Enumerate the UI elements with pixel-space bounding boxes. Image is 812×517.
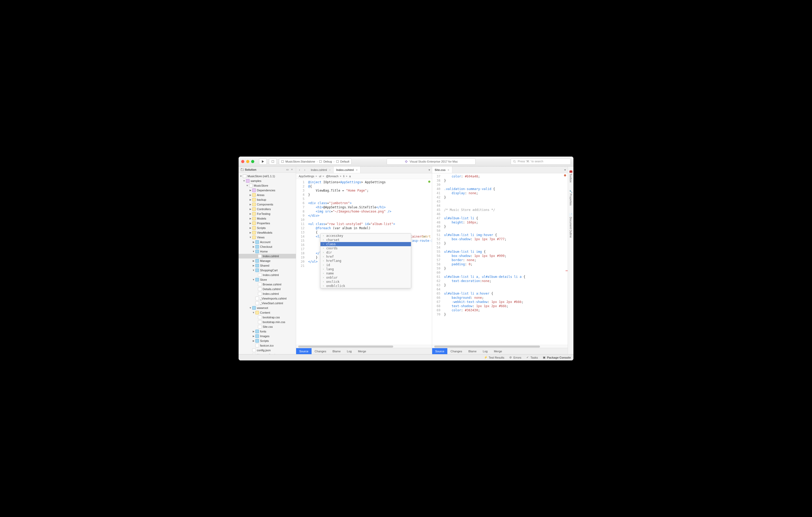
bottom-tab-blame[interactable]: Blame bbox=[329, 348, 344, 354]
nav-forward-button[interactable]: › bbox=[302, 168, 307, 172]
nav-back-button[interactable]: ‹ bbox=[297, 168, 302, 172]
autocomplete-item[interactable]: ›lang bbox=[320, 267, 411, 271]
pad-properties[interactable]: 🔧 Properties bbox=[569, 188, 573, 207]
code-content[interactable]: color: #b94a48; } .validation-summary-va… bbox=[443, 173, 568, 345]
tree-file-site-css[interactable]: Site.css bbox=[239, 324, 296, 329]
tree-item[interactable]: ▶Checkout bbox=[239, 244, 296, 249]
autocomplete-item[interactable]: ›dir bbox=[320, 250, 411, 254]
pad-toolbox[interactable]: 🧰 Toolbox bbox=[569, 168, 573, 184]
bottom-tab-merge[interactable]: Merge bbox=[355, 348, 369, 354]
autocomplete-item[interactable]: ›onclick bbox=[320, 280, 411, 284]
close-icon[interactable]: × bbox=[356, 168, 357, 172]
tab-index-2[interactable]: Index.cshtml× bbox=[334, 166, 360, 173]
autocomplete-item[interactable]: ›ondblclick bbox=[320, 284, 411, 288]
tree-item[interactable]: ▶Images bbox=[239, 334, 296, 338]
close-icon[interactable]: × bbox=[329, 168, 331, 172]
tree-folder-views[interactable]: ▼Views bbox=[239, 235, 296, 240]
code-editor-left[interactable]: 123456789101112131415161718192021 @injec… bbox=[296, 179, 432, 345]
bottom-tab-blame[interactable]: Blame bbox=[465, 348, 480, 354]
tree-item[interactable]: ▶Scripts bbox=[239, 225, 296, 230]
tree-item[interactable]: ▶Models bbox=[239, 216, 296, 221]
tree-file[interactable]: bootstrap.min.css bbox=[239, 320, 296, 324]
tree-item[interactable]: ▶Scripts bbox=[239, 338, 296, 343]
tree-item[interactable]: ▶fonts bbox=[239, 329, 296, 334]
tab-overflow-button[interactable]: ▾ bbox=[562, 166, 568, 173]
tree-file[interactable]: Index.cshtml bbox=[239, 273, 296, 277]
autocomplete-item[interactable]: ›accesskey bbox=[320, 234, 411, 238]
tree-item[interactable]: ▶ViewModels bbox=[239, 230, 296, 235]
tree-item[interactable]: ▶Areas bbox=[239, 193, 296, 197]
autocomplete-popup[interactable]: ›accesskey›charset›class›coords›dir›href… bbox=[320, 234, 411, 288]
run-configuration[interactable]: MusicStore.Standalone › Debug › Default bbox=[279, 158, 352, 165]
status-tasks[interactable]: ✓Tasks bbox=[526, 356, 538, 359]
tree-file-index-cshtml[interactable]: Index.cshtml bbox=[239, 254, 296, 258]
tab-index-1[interactable]: Index.cshtml× bbox=[308, 166, 334, 173]
horizontal-scrollbar[interactable] bbox=[296, 345, 432, 348]
bottom-tab-log[interactable]: Log bbox=[480, 348, 491, 354]
tree-item[interactable]: ▶Properties bbox=[239, 221, 296, 225]
tab-overflow-button[interactable]: ▾ bbox=[427, 166, 432, 173]
horizontal-scrollbar[interactable] bbox=[432, 345, 568, 348]
bottom-tab-changes[interactable]: Changes bbox=[447, 348, 465, 354]
editor-pane-right: Site.css× ▾ 3738394041424344454647484950… bbox=[432, 166, 568, 354]
tree-file[interactable]: bootstrap.css bbox=[239, 315, 296, 320]
tree-solution-root[interactable]: ▼MusicStore (rel/1.1.1) bbox=[239, 174, 296, 179]
tree-item[interactable]: ▶ForTesting bbox=[239, 211, 296, 216]
status-test-results[interactable]: ⚡Test Results bbox=[484, 356, 504, 359]
autocomplete-item[interactable]: ›name bbox=[320, 271, 411, 275]
tree-file[interactable]: Browse.cshtml bbox=[239, 282, 296, 287]
tree-folder-store[interactable]: ▼Store bbox=[239, 277, 296, 282]
tree-item[interactable]: ▶Dependencies bbox=[239, 188, 296, 193]
tree-folder-shoppingcart[interactable]: ▼ShoppingCart bbox=[239, 268, 296, 273]
tree-file[interactable]: _ViewImports.cshtml bbox=[239, 296, 296, 301]
tree-file[interactable]: config.json bbox=[239, 348, 296, 353]
solution-tree[interactable]: ▼MusicStore (rel/1.1.1) ▼samples ▼MusicS… bbox=[239, 173, 296, 354]
tree-item[interactable]: ▶Manage bbox=[239, 258, 296, 263]
close-window-button[interactable] bbox=[241, 160, 244, 163]
autocomplete-item[interactable]: ›charset bbox=[320, 238, 411, 242]
pad-document-outline[interactable]: 📄 Document Outline bbox=[569, 211, 573, 239]
breadcrumb[interactable]: AppSettings▸ ul▸ @foreach▸ li▸ a bbox=[296, 173, 432, 179]
tree-file[interactable]: MessageServices.cs bbox=[239, 353, 296, 354]
tree-folder-content[interactable]: ▼Content bbox=[239, 310, 296, 315]
run-button[interactable] bbox=[259, 158, 267, 165]
tree-item[interactable]: ▶Components bbox=[239, 202, 296, 207]
global-search[interactable]: Press '⌘.' to search bbox=[511, 158, 571, 165]
autocomplete-item[interactable]: ›coords bbox=[320, 246, 411, 250]
autocomplete-item[interactable]: ›onblur bbox=[320, 275, 411, 280]
tree-folder-home[interactable]: ▼Home bbox=[239, 249, 296, 254]
pad-options-button[interactable]: ▭ bbox=[285, 168, 289, 172]
tab-site-css[interactable]: Site.css× bbox=[432, 166, 452, 173]
code-editor-right[interactable]: 3738394041424344454647484950515253545556… bbox=[432, 173, 568, 345]
tree-item[interactable]: ▶Controllers bbox=[239, 207, 296, 211]
tree-file[interactable]: _ViewStart.cshtml bbox=[239, 301, 296, 306]
tree-folder-wwwroot[interactable]: ▼wwwroot bbox=[239, 306, 296, 310]
tree-file[interactable]: Details.cshtml bbox=[239, 287, 296, 292]
autocomplete-item[interactable]: ›href bbox=[320, 254, 411, 259]
bottom-tab-source[interactable]: Source bbox=[296, 348, 312, 354]
project-icon bbox=[249, 184, 253, 187]
tree-folder-samples[interactable]: ▼samples bbox=[239, 179, 296, 183]
zoom-window-button[interactable] bbox=[251, 160, 254, 163]
bottom-tab-log[interactable]: Log bbox=[344, 348, 355, 354]
autocomplete-item[interactable]: ›hreflang bbox=[320, 259, 411, 263]
main-body: Solution ▭ × ▼MusicStore (rel/1.1.1) ▼sa… bbox=[239, 166, 573, 354]
autocomplete-item[interactable]: ›class bbox=[320, 242, 411, 246]
tree-file[interactable]: Index.cshtml bbox=[239, 292, 296, 296]
folder-icon bbox=[252, 306, 256, 310]
tree-item[interactable]: ▶backup bbox=[239, 197, 296, 202]
config-extra-button[interactable] bbox=[269, 158, 277, 165]
tree-project-musicstore[interactable]: ▼MusicStore bbox=[239, 183, 296, 188]
pad-close-button[interactable]: × bbox=[290, 168, 294, 172]
close-icon[interactable]: × bbox=[447, 168, 449, 172]
status-package-console[interactable]: ▣Package Console bbox=[543, 356, 571, 359]
autocomplete-item[interactable]: ›id bbox=[320, 263, 411, 267]
tree-file[interactable]: favicon.ico bbox=[239, 343, 296, 348]
bottom-tab-changes[interactable]: Changes bbox=[312, 348, 329, 354]
minimize-window-button[interactable] bbox=[246, 160, 249, 163]
bottom-tab-source[interactable]: Source bbox=[432, 348, 447, 354]
bottom-tab-merge[interactable]: Merge bbox=[491, 348, 505, 354]
tree-item[interactable]: ▶Shared bbox=[239, 263, 296, 268]
status-errors[interactable]: ⊘Errors bbox=[509, 356, 521, 359]
tree-item[interactable]: ▶Account bbox=[239, 240, 296, 244]
